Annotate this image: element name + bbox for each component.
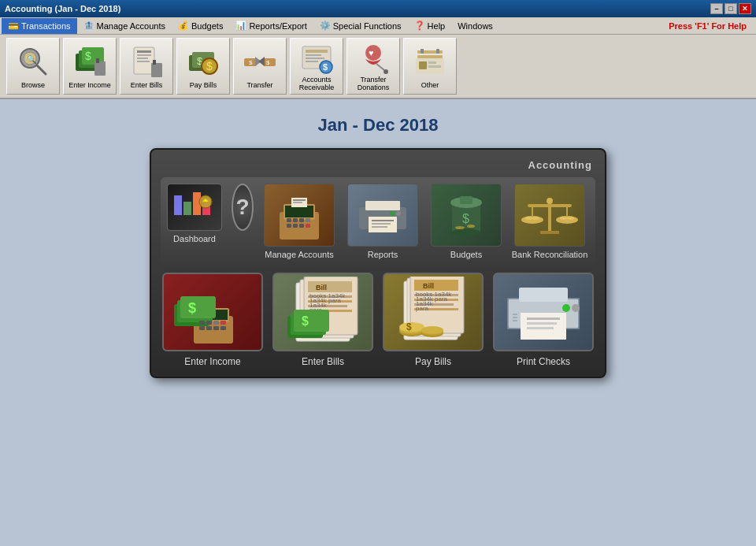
print-checks-big-icon [493, 273, 594, 351]
svg-point-87 [532, 217, 539, 220]
budgets-button[interactable]: $ Budgets [427, 184, 506, 260]
svg-rect-147 [521, 313, 566, 340]
enter-income-button[interactable]: $ Enter Income [161, 273, 265, 367]
enter-bills-label: Enter Bills [131, 82, 163, 90]
menu-manage-accounts-label: Manage Accounts [97, 21, 165, 31]
enter-bills-button[interactable]: Bill books 1a34k 1a34k para 1a34k para [271, 273, 375, 367]
enter-bills-big-icon: Bill books 1a34k 1a34k para 1a34k para [272, 273, 373, 351]
menu-transactions[interactable]: 💳 Transactions [2, 17, 77, 34]
svg-rect-37 [417, 55, 443, 58]
toolbar-transfer[interactable]: $ $ Transfer [233, 38, 287, 95]
reports-icon [347, 184, 418, 247]
svg-rect-39 [436, 49, 439, 54]
svg-rect-14 [137, 61, 150, 62]
menu-windows-label: Windows [458, 21, 493, 31]
svg-text:$: $ [206, 60, 213, 72]
toolbar-browse[interactable]: 🔍 Browse [6, 38, 60, 95]
bank-reconciliation-icon [514, 184, 585, 247]
toolbar-enter-income[interactable]: $ Enter Income [63, 38, 117, 95]
menu-help-label: Help [428, 21, 446, 31]
svg-point-70 [396, 211, 401, 216]
toolbar-pay-bills[interactable]: $ $ Pay Bills [176, 38, 230, 95]
enter-income-big-label: Enter Income [184, 356, 240, 367]
menu-budgets[interactable]: 💰 Budgets [172, 17, 229, 34]
svg-point-89 [566, 217, 574, 220]
svg-rect-98 [199, 321, 205, 325]
reports-button[interactable]: Reports [343, 184, 422, 260]
panel-top-icons: Manage Accounts [260, 184, 589, 260]
menu-windows[interactable]: Windows [451, 17, 499, 34]
svg-rect-12 [137, 54, 151, 56]
svg-rect-80 [540, 231, 559, 234]
dashboard-icon [167, 184, 222, 231]
svg-text:$: $ [462, 212, 469, 225]
svg-rect-61 [293, 199, 306, 201]
budgets-label: Budgets [450, 250, 482, 260]
enter-bills-big-label: Enter Bills [302, 356, 344, 367]
main-content: Jan - Dec 2018 Accounting Dashboard [0, 99, 756, 546]
enter-income-big-icon: $ [162, 273, 263, 351]
menu-manage-accounts[interactable]: 🏦 Manage Accounts [77, 17, 172, 34]
svg-rect-45 [183, 202, 191, 215]
pay-bills-button[interactable]: Bill books 1a34k 1a34k para 1a34k para [381, 273, 485, 367]
menu-budgets-label: Budgets [191, 21, 223, 31]
svg-rect-44 [174, 195, 182, 215]
enter-income-icon: $ [71, 43, 109, 80]
svg-rect-30 [306, 61, 318, 62]
minimize-button[interactable]: – [710, 3, 723, 14]
transfer-label: Transfer [246, 82, 272, 90]
transfer-donations-label: Transfer Donations [350, 76, 396, 92]
svg-rect-27 [306, 50, 328, 53]
manage-accounts-button[interactable]: Manage Accounts [260, 184, 339, 260]
bank-reconciliation-label: Bank Reconciliation [512, 250, 588, 260]
svg-text:Bill: Bill [423, 282, 434, 290]
svg-rect-121 [294, 310, 329, 332]
maximize-button[interactable]: □ [724, 3, 737, 14]
manage-accounts-icon [264, 184, 335, 247]
menu-bar: 💳 Transactions 🏦 Manage Accounts 💰 Budge… [0, 17, 756, 35]
svg-rect-55 [306, 218, 310, 222]
svg-rect-101 [220, 321, 226, 325]
svg-rect-146 [519, 288, 568, 302]
svg-text:♥: ♥ [369, 48, 374, 58]
pay-bills-icon: $ $ [184, 43, 222, 80]
menu-reports-export[interactable]: 📊 Reports/Export [229, 17, 313, 34]
toolbar-transfer-donations[interactable]: ♥ Transfer Donations [346, 38, 400, 95]
pay-bills-big-label: Pay Bills [415, 356, 451, 367]
svg-rect-68 [372, 226, 387, 228]
svg-rect-56 [287, 224, 291, 228]
svg-rect-150 [527, 327, 554, 329]
svg-rect-15 [151, 63, 162, 77]
print-checks-button[interactable]: Print Checks [491, 273, 595, 367]
svg-point-151 [562, 304, 570, 312]
toolbar-accounts-receivable[interactable]: $ Accounts Receivable [290, 38, 343, 95]
svg-rect-96 [180, 296, 216, 318]
svg-rect-100 [213, 321, 219, 325]
toolbar-other[interactable]: Other [403, 38, 457, 95]
toolbar-enter-bills[interactable]: Enter Bills [120, 38, 173, 95]
reports-menu-icon: 📊 [235, 20, 246, 31]
menu-reports-label: Reports/Export [249, 21, 306, 31]
svg-rect-58 [299, 224, 304, 228]
accounts-receivable-icon: $ [298, 40, 335, 75]
svg-point-78 [467, 225, 475, 228]
close-button[interactable]: ✕ [739, 3, 751, 14]
accounts-receivable-label: Accounts Receivable [294, 76, 339, 92]
enter-income-label: Enter Income [69, 82, 111, 90]
svg-rect-9 [96, 58, 99, 63]
svg-rect-64 [365, 201, 400, 210]
svg-rect-13 [137, 58, 148, 59]
help-circle: ? [232, 184, 254, 231]
bank-reconciliation-button[interactable]: Bank Reconciliation [510, 184, 589, 260]
svg-rect-75 [460, 196, 472, 204]
budgets-icon: $ [431, 184, 502, 247]
transfer-icon: $ $ [241, 43, 279, 80]
reports-label: Reports [368, 250, 398, 260]
svg-rect-16 [153, 60, 156, 65]
svg-text:para: para [416, 305, 429, 312]
svg-point-143 [421, 326, 443, 334]
period-title: Jan - Dec 2018 [318, 115, 439, 136]
dashboard-button[interactable]: Dashboard [167, 184, 222, 244]
menu-special-functions[interactable]: ⚙️ Special Functions [313, 17, 408, 34]
menu-help[interactable]: ❓ Help [408, 17, 452, 34]
